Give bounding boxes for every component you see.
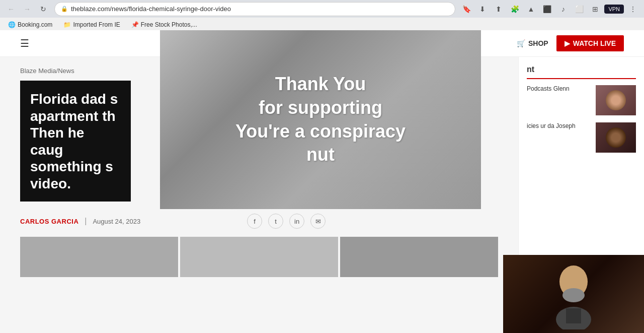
page-content: ☰ 𝌂Blazemedia 🛒 SHOP ▶ WATCH LIVE Blaze … [0,30,644,333]
article-date: August 24, 2023 [93,218,140,225]
sidebar-person-1 [606,90,626,110]
bookmark-imported[interactable]: 📁 Imported From IE [59,20,124,29]
video-overlay-text: Thank You for supporting You're a conspi… [225,62,416,177]
bookmark-imported-label: Imported From IE [73,21,120,28]
watch-live-button[interactable]: ▶ WATCH LIVE [556,35,624,51]
article-image-2 [180,237,338,277]
sidebar-item-2[interactable]: icies ur da Joseph [527,122,636,153]
bookmark-booking[interactable]: 🌐 Booking.com [4,20,56,29]
extension2-button[interactable]: ▲ [524,2,538,16]
social-icons: f t in ✉ [247,214,326,229]
vpn-badge[interactable]: VPN [604,5,624,14]
bookmark-button[interactable]: 🔖 [459,2,473,16]
forward-button[interactable]: → [20,2,34,16]
share-button[interactable]: ⬆ [492,2,506,16]
sidebar-item-1[interactable]: Podcasts Glenn [527,85,636,115]
watch-live-label: WATCH LIVE [573,39,616,47]
cart-icon: 🛒 [517,39,525,47]
facebook-share-button[interactable]: f [247,214,262,229]
hamburger-menu-button[interactable]: ☰ [20,37,29,49]
headline-text: Florida dad sapartment thThen he caugsom… [30,91,121,192]
browser-chrome: ← → ↻ 🔒 theblaze.com/news/florida-chemic… [0,0,644,30]
reload-button[interactable]: ↻ [36,2,50,16]
download-button[interactable]: ⬇ [475,2,490,16]
overlay-line3: You're a conspiracy [235,121,406,142]
article-image-3 [340,237,498,277]
vpn-label: VPN [608,6,620,12]
email-icon: ✉ [315,218,321,225]
svg-point-1 [562,288,585,302]
overlay-line2: for supporting [259,97,382,118]
article-headline: Florida dad sapartment thThen he caugsom… [20,81,131,202]
grid-button[interactable]: ⊞ [588,2,602,16]
svg-rect-3 [566,308,581,323]
sidebar-thumb-1 [596,85,636,115]
bottom-video[interactable] [503,255,644,333]
video-overlay[interactable]: Thank You for supporting You're a conspi… [160,30,481,209]
bookmarks-bar: 🌐 Booking.com 📁 Imported From IE 📌 Free … [0,18,644,32]
article-meta: CARLOS GARCIA | August 24, 2023 f t in ✉ [20,210,498,229]
meta-divider: | [85,217,87,226]
sidebar-title: nt [527,65,636,79]
back-button[interactable]: ← [4,2,18,16]
sidebar-item-2-text: icies ur da Joseph [527,122,591,130]
email-share-button[interactable]: ✉ [310,214,326,229]
header-right: 🛒 SHOP ▶ WATCH LIVE [517,35,624,51]
music-button[interactable]: ♪ [556,2,570,16]
bookmark-imported-icon: 📁 [63,21,71,28]
url-text: theblaze.com/news/florida-chemical-syrin… [71,5,231,13]
sidebar-person-2 [606,127,626,148]
sidebar-thumb-2 [596,122,636,153]
author-name: CARLOS GARCIA [20,218,78,225]
bookmark-booking-icon: 🌐 [8,21,16,28]
article-image-1 [20,237,178,277]
shop-label: SHOP [528,39,548,47]
linkedin-share-button[interactable]: in [289,214,304,229]
video-person-container [503,255,644,333]
bookmark-freephotos[interactable]: 📌 Free Stock Photos,... [127,20,201,29]
profile-button[interactable]: ⬛ [540,2,554,16]
address-bar[interactable]: 🔒 theblaze.com/news/florida-chemical-syr… [54,2,455,16]
person-silhouette [543,259,604,329]
extension-button[interactable]: 🧩 [508,2,522,16]
overlay-line4: nut [306,144,335,165]
facebook-icon: f [254,218,256,225]
sidebar-button[interactable]: ⬜ [572,2,586,16]
linkedin-icon: in [294,218,299,225]
play-icon: ▶ [565,39,570,47]
shop-button[interactable]: 🛒 SHOP [517,39,548,47]
article-images [20,237,498,277]
twitter-icon: t [275,218,277,225]
lock-icon: 🔒 [61,6,68,12]
bookmark-freephotos-label: Free Stock Photos,... [141,21,197,28]
overlay-line1: Thank You [275,74,366,94]
browser-top-bar: ← → ↻ 🔒 theblaze.com/news/florida-chemic… [0,0,644,18]
bookmark-freephotos-icon: 📌 [131,21,139,28]
bookmark-booking-label: Booking.com [18,21,52,28]
sidebar-item-1-text: Podcasts Glenn [527,85,591,93]
bottom-video-content [503,255,644,333]
nav-buttons: ← → ↻ [4,2,50,16]
browser-actions: 🔖 ⬇ ⬆ 🧩 ▲ ⬛ ♪ ⬜ ⊞ VPN ⋮ [459,2,640,16]
menu-button[interactable]: ⋮ [626,2,640,16]
twitter-share-button[interactable]: t [268,214,283,229]
